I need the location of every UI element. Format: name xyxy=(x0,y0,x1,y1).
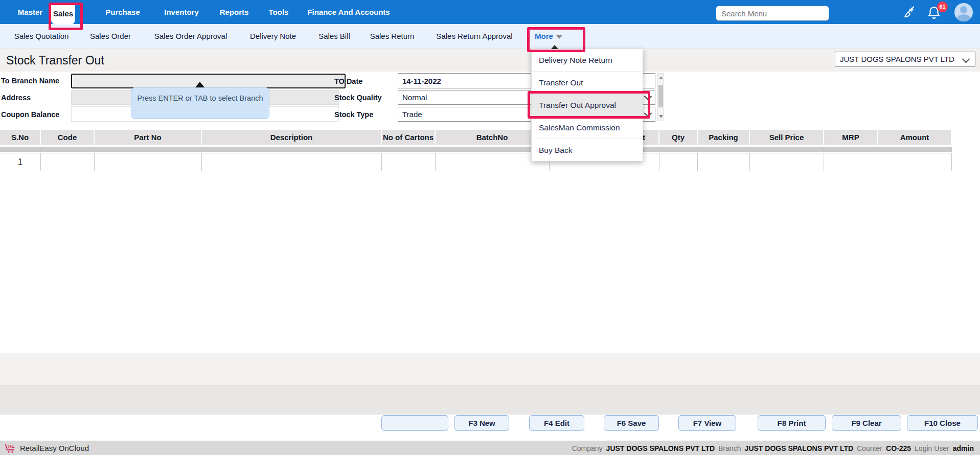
column-header-sell-price: Sell Price xyxy=(750,130,824,145)
scroll-up-icon[interactable] xyxy=(659,76,663,79)
column-header-description: Description xyxy=(202,130,382,145)
user-avatar[interactable] xyxy=(954,3,973,21)
top-nav: MasterPurchaseInventoryReportsToolsFinan… xyxy=(0,0,980,24)
chevron-down-icon xyxy=(962,55,970,63)
topnav-item-purchase[interactable]: Purchase xyxy=(105,0,140,24)
chevron-down-icon xyxy=(556,35,562,39)
row1-cell-part-no[interactable] xyxy=(95,153,202,171)
form-scrollbar[interactable] xyxy=(657,73,664,121)
search-box[interactable] xyxy=(716,6,829,21)
tooltip-arrow-icon xyxy=(195,82,204,87)
app-window: { "topnav": { "items": ["Master", "Sales… xyxy=(0,0,980,455)
topnav-item-tools[interactable]: Tools xyxy=(269,0,289,24)
scrollbar-thumb[interactable] xyxy=(658,85,663,107)
button-blank[interactable] xyxy=(381,415,448,431)
topnav-item-inventory[interactable]: Inventory xyxy=(164,0,199,24)
search-input[interactable] xyxy=(716,6,829,20)
theme-brush-icon[interactable] xyxy=(901,5,917,20)
stock-quality-value: Normal xyxy=(402,93,427,102)
to-branch-input[interactable] xyxy=(71,74,346,88)
chevron-down-icon xyxy=(644,93,652,101)
row1-cell-packing[interactable] xyxy=(698,153,750,171)
title-bar: Stock Transfer Out JUST DOGS SPALONS PVT… xyxy=(0,49,980,72)
menu-item-delivery-note-return[interactable]: Delivery Note Return xyxy=(532,49,643,72)
to-branch-label: To Branch Name xyxy=(1,77,59,85)
button-f8-print[interactable]: F8 Print xyxy=(758,415,826,431)
subnav-item-sales-return-approval[interactable]: Sales Return Approval xyxy=(436,24,512,49)
button-f3-new[interactable]: F3 New xyxy=(454,415,509,431)
menu-pointer-icon xyxy=(551,45,558,49)
company-select-value: JUST DOGS SPALONS PVT LTD xyxy=(840,55,954,63)
column-header-qty: Qty xyxy=(659,130,698,145)
row1-cell-description[interactable] xyxy=(202,153,382,171)
company-select[interactable]: JUST DOGS SPALONS PVT LTD xyxy=(835,52,975,67)
column-header-s.no: S.No xyxy=(0,130,41,145)
row1-cell-qty[interactable] xyxy=(659,153,698,171)
subnav-item-sales-return[interactable]: Sales Return xyxy=(370,24,415,49)
subnav-item-delivery-note[interactable]: Delivery Note xyxy=(250,24,296,49)
row1-cell-sell-price[interactable] xyxy=(750,153,824,171)
column-header-amount: Amount xyxy=(878,130,952,145)
button-f10-close[interactable]: F10 Close xyxy=(907,415,978,431)
avatar-head-shape xyxy=(960,6,967,13)
button-f7-view[interactable]: F7 View xyxy=(678,415,736,431)
status-bar: RE RetailEasy OnCloud CompanyJUST DOGS S… xyxy=(0,441,980,455)
to-date-value: 14-11-2022 xyxy=(402,77,441,85)
button-f4-edit[interactable]: F4 Edit xyxy=(529,415,584,431)
scroll-down-icon[interactable] xyxy=(659,115,663,118)
column-header-no-of-cartons: No of Cartons xyxy=(382,130,436,145)
more-dropdown-menu: Delivery Note ReturnTransfer OutTransfer… xyxy=(531,49,643,162)
notification-count-badge: 61 xyxy=(937,2,948,12)
button-f9-clear[interactable]: F9 Clear xyxy=(832,415,901,431)
retaileasy-logo-icon: RE xyxy=(5,443,16,453)
footer-label-company: Company xyxy=(572,444,603,452)
stock-quality-label: Stock Quality xyxy=(334,94,382,102)
footer-label-branch: Branch xyxy=(718,444,741,452)
item-table-header: S.NoCodePart NoDescriptionNo of CartonsB… xyxy=(0,130,952,145)
menu-item-transfer-out-approval[interactable]: Transfer Out Approval xyxy=(532,94,643,117)
column-header-part-no: Part No xyxy=(95,130,202,145)
footer-label-login-user: Login User xyxy=(915,444,949,452)
row1-cell-s.no[interactable]: 1 xyxy=(0,153,41,171)
to-date-label: TO Date xyxy=(334,77,362,85)
stock-type-value: Trade xyxy=(402,110,422,119)
footer-label-counter: Counter xyxy=(857,444,882,452)
footer-value-company: JUST DOGS SPALONS PVT LTD xyxy=(606,444,715,452)
page-title: Stock Transfer Out xyxy=(6,49,104,72)
row1-cell-code[interactable] xyxy=(41,153,95,171)
column-header-code: Code xyxy=(41,130,95,145)
coupon-balance-label: Coupon Balance xyxy=(1,110,59,119)
svg-text:RE: RE xyxy=(8,444,15,449)
sales-sub-nav: Sales QuotationSales OrderSales Order Ap… xyxy=(0,24,980,49)
row1-cell-amount[interactable] xyxy=(878,153,952,171)
footer-value-branch: JUST DOGS SPALONS PVT LTD xyxy=(745,444,854,452)
column-header-packing: Packing xyxy=(698,130,750,145)
remarks-band xyxy=(0,353,980,385)
subnav-item-sales-bill[interactable]: Sales Bill xyxy=(318,24,350,49)
footer-value-login-user: admin xyxy=(953,444,974,452)
tab-sales-active[interactable]: Sales xyxy=(51,5,75,25)
address-label: Address xyxy=(1,94,31,102)
avatar-body-shape xyxy=(956,14,971,21)
topnav-item-finance-and-accounts[interactable]: Finance And Accounts xyxy=(307,0,390,24)
subnav-item-sales-order[interactable]: Sales Order xyxy=(90,24,131,49)
topnav-item-reports[interactable]: Reports xyxy=(220,0,249,24)
footer-value-counter: CO-225 xyxy=(886,444,911,452)
row1-cell-mrp[interactable] xyxy=(824,153,878,171)
topnav-item-master[interactable]: Master xyxy=(18,0,42,24)
totals-band xyxy=(0,385,980,415)
menu-item-salesman-commission[interactable]: SalesMan Commission xyxy=(532,117,643,139)
subnav-item-sales-quotation[interactable]: Sales Quotation xyxy=(14,24,69,49)
app-name: RetailEasy OnCloud xyxy=(20,444,89,452)
chevron-down-icon xyxy=(644,109,652,118)
subnav-item-sales-order-approval[interactable]: Sales Order Approval xyxy=(154,24,227,49)
button-f6-save[interactable]: F6 Save xyxy=(604,415,659,431)
more-label: More xyxy=(535,32,553,40)
branch-select-tooltip: Press ENTER or TAB to select Branch xyxy=(131,87,269,119)
menu-item-transfer-out[interactable]: Transfer Out xyxy=(532,72,643,94)
column-header-mrp: MRP xyxy=(824,130,878,145)
menu-item-buy-back[interactable]: Buy Back xyxy=(532,139,643,161)
stock-type-label: Stock Type xyxy=(334,110,373,119)
row1-cell-no-of-cartons[interactable] xyxy=(382,153,436,171)
item-table-strip xyxy=(0,147,952,152)
